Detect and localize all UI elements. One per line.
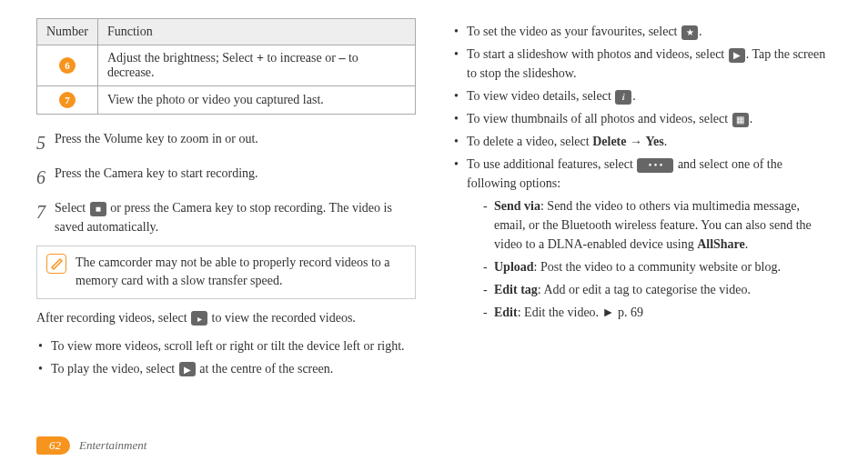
right-bullet-list: To set the video as your favourites, sel… xyxy=(452,22,832,322)
list-item: To view video details, select 𝒊. xyxy=(452,86,832,105)
table-row: 6 Adjust the brightness; Select + to inc… xyxy=(37,45,416,86)
list-item: To start a slideshow with photos and vid… xyxy=(452,45,832,83)
sub-options-list: Send via: Send the video to others via m… xyxy=(481,196,832,322)
page-footer: 62 Entertainment xyxy=(36,436,146,455)
step-text: Select ■ or press the Camera key to stop… xyxy=(55,198,416,236)
left-column: Number Function 6 Adjust the brightness;… xyxy=(36,18,416,382)
page-number: 62 xyxy=(36,436,70,455)
grid-icon: ▦ xyxy=(732,113,749,127)
note-box: The camcorder may not be able to properl… xyxy=(36,246,416,299)
list-item: To view more videos, scroll left or righ… xyxy=(36,336,416,356)
row-function: Adjust the brightness; Select + to incre… xyxy=(97,45,415,86)
row-number-badge: 6 xyxy=(59,57,76,74)
list-item: To view thumbnails of all photos and vid… xyxy=(452,109,832,128)
note-text: The camcorder may not be able to properl… xyxy=(76,254,406,291)
list-item: To set the video as your favourites, sel… xyxy=(452,22,832,41)
step-number: 6 xyxy=(36,164,45,191)
step: 7 Select ■ or press the Camera key to st… xyxy=(36,198,416,236)
play-icon: ▶ xyxy=(729,48,745,63)
left-bullet-list: To view more videos, scroll left or righ… xyxy=(36,336,416,378)
row-function: View the photo or video you captured las… xyxy=(97,86,415,115)
list-item: Send via: Send the video to others via m… xyxy=(481,196,832,254)
list-item: Upload: Post the video to a community we… xyxy=(481,257,832,276)
list-item: Edit tag: Add or edit a tag to categoris… xyxy=(481,280,832,299)
step-text: Press the Volume key to zoom in or out. xyxy=(55,129,416,156)
table-row: 7 View the photo or video you captured l… xyxy=(37,86,416,115)
step-number: 7 xyxy=(36,198,45,236)
right-column: To set the video as your favourites, sel… xyxy=(452,18,832,382)
play-icon: ▶ xyxy=(179,362,196,376)
stop-icon: ■ xyxy=(90,202,106,216)
th-function: Function xyxy=(97,19,415,45)
after-recording-para: After recording videos, select ▸ to view… xyxy=(36,308,416,327)
info-icon: 𝒊 xyxy=(615,90,631,105)
row-number-badge: 7 xyxy=(59,92,76,108)
list-item: Edit: Edit the video. ► p. 69 xyxy=(481,303,832,322)
section-name: Entertainment xyxy=(79,438,146,453)
function-table: Number Function 6 Adjust the brightness;… xyxy=(36,18,416,115)
step: 6 Press the Camera key to start recordin… xyxy=(36,164,416,191)
forward-icon: ▸ xyxy=(191,311,207,326)
th-number: Number xyxy=(37,19,98,45)
step: 5 Press the Volume key to zoom in or out… xyxy=(36,129,416,156)
more-icon: • • • xyxy=(637,158,673,173)
step-number: 5 xyxy=(36,129,45,156)
star-icon: ★ xyxy=(681,25,698,40)
list-item: To delete a video, select Delete → Yes. xyxy=(452,132,832,151)
step-text: Press the Camera key to start recording. xyxy=(55,164,416,191)
note-icon xyxy=(46,254,66,274)
list-item: To use additional features, select • • •… xyxy=(452,155,832,322)
list-item: To play the video, select ▶ at the centr… xyxy=(36,359,416,378)
